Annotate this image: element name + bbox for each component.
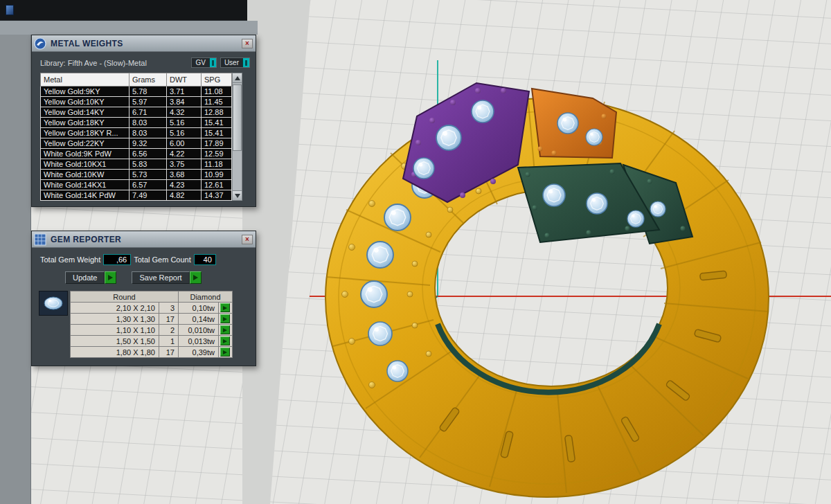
cell-dwt: 4.32 <box>167 107 202 118</box>
metal-table-row[interactable]: White Gold:10KX1 5.83 3.75 11.18 <box>41 159 232 170</box>
cell-grams: 5.83 <box>129 159 167 170</box>
metal-table-row[interactable]: White Gold:9K PdW 6.56 4.22 12.59 <box>41 149 232 159</box>
cell-grams: 5.97 <box>129 97 167 107</box>
play-icon <box>223 328 227 332</box>
cell-gem-weight: 0,10tw <box>179 303 219 314</box>
gem-totals-row: Total Gem Weight ,66 Total Gem Count 40 <box>32 248 256 269</box>
cell-spg: 14.37 <box>202 190 232 201</box>
total-gem-count-value: 40 <box>194 254 216 265</box>
col-metal[interactable]: Metal <box>41 73 129 87</box>
metal-table-body: Yellow Gold:9KY 5.78 3.71 11.08 Yellow G… <box>41 87 232 201</box>
scrollbar-thumb[interactable] <box>233 84 242 151</box>
gem-table-row[interactable]: 1,50 X 1,50 1 0,013tw <box>71 336 233 347</box>
gem-reporter-title: GEM REPORTER <box>51 235 238 244</box>
metal-table-row[interactable]: Yellow Gold:14KY 6.71 4.32 12.88 <box>41 107 232 118</box>
col-diamond[interactable]: Diamond <box>179 291 233 303</box>
cell-gem-weight: 0,39tw <box>179 347 219 358</box>
cell-grams: 9.32 <box>129 138 167 149</box>
cell-dwt: 4.82 <box>167 190 202 201</box>
gem-reporter-panel: GEM REPORTER × Total Gem Weight ,66 Tota… <box>31 231 256 366</box>
cell-gem-count: 3 <box>159 303 179 314</box>
cell-spg: 11.08 <box>202 87 232 97</box>
metal-table-row[interactable]: White Gold:10KW 5.73 3.68 10.99 <box>41 170 232 180</box>
cell-metal: White Gold:10KW <box>41 170 129 180</box>
play-icon <box>193 275 198 280</box>
cell-gem-size: 1,10 X 1,10 <box>71 325 159 336</box>
scrollbar[interactable] <box>232 73 242 201</box>
metal-table-row[interactable]: Yellow Gold:10KY 5.97 3.84 11.45 <box>41 97 232 107</box>
cell-dwt: 6.00 <box>167 138 202 149</box>
close-icon[interactable]: × <box>242 235 253 244</box>
total-gem-weight-value: ,66 <box>103 254 131 265</box>
cell-metal: Yellow Gold:18KY R... <box>41 128 129 138</box>
cell-grams: 7.49 <box>129 190 167 201</box>
scroll-down-icon[interactable] <box>233 190 242 200</box>
metal-weights-icon <box>34 37 46 50</box>
gem-table-row[interactable]: 2,10 X 2,10 3 0,10tw <box>71 303 233 314</box>
cell-metal: White Gold:14K PdW <box>41 190 129 201</box>
gem-table-header: Round Diamond <box>71 291 233 303</box>
gem-icon <box>42 294 65 313</box>
metal-table-row[interactable]: Yellow Gold:22KY 9.32 6.00 17.89 <box>41 138 232 149</box>
cell-gem-count: 17 <box>159 347 179 358</box>
cell-grams: 8.03 <box>129 128 167 138</box>
gem-row-run-button[interactable] <box>220 325 230 334</box>
cell-grams: 6.71 <box>129 107 167 118</box>
metal-table-row[interactable]: Yellow Gold:18KY 8.03 5.16 15.41 <box>41 118 232 128</box>
col-dwt[interactable]: DWT <box>167 73 202 87</box>
cell-gem-count: 2 <box>159 325 179 336</box>
gem-row-run-button[interactable] <box>220 314 230 323</box>
gem-row-run-button[interactable] <box>220 336 230 345</box>
gem-table-row[interactable]: 1,80 X 1,80 17 0,39tw <box>71 347 233 358</box>
cell-dwt: 5.16 <box>167 118 202 128</box>
cell-gem-count: 17 <box>159 314 179 325</box>
cell-metal: Yellow Gold:9KY <box>41 87 129 97</box>
col-round[interactable]: Round <box>71 291 179 303</box>
cell-spg: 10.99 <box>202 170 232 180</box>
update-run-button[interactable] <box>105 271 116 284</box>
metal-table-row[interactable]: Yellow Gold:9KY 5.78 3.71 11.08 <box>41 87 232 97</box>
gem-reporter-titlebar[interactable]: GEM REPORTER × <box>32 231 256 248</box>
play-icon <box>108 275 113 280</box>
cell-grams: 6.56 <box>129 149 167 159</box>
cell-gem-weight: 0,013tw <box>179 336 219 347</box>
metal-table-row[interactable]: White Gold:14K PdW 7.49 4.82 14.37 <box>41 190 232 201</box>
cell-metal: Yellow Gold:14KY <box>41 107 129 118</box>
metal-table-header: Metal Grams DWT SPG <box>41 73 232 87</box>
gem-thumbnail[interactable] <box>39 291 68 316</box>
metal-weights-titlebar[interactable]: METAL WEIGHTS × <box>32 35 256 52</box>
cell-spg: 15.41 <box>202 128 232 138</box>
cell-metal: Yellow Gold:18KY <box>41 118 129 128</box>
gem-table-row[interactable]: 1,10 X 1,10 2 0,010tw <box>71 325 233 336</box>
gv-toggle[interactable]: GV <box>191 57 216 68</box>
cell-spg: 11.45 <box>202 97 232 107</box>
gem-row-run-button[interactable] <box>220 348 230 357</box>
play-icon <box>223 317 227 321</box>
scroll-up-icon[interactable] <box>233 73 242 83</box>
gem-table-body: 2,10 X 2,10 3 0,10tw 1,30 X 1,30 17 0,14… <box>71 303 233 358</box>
save-report-run-button[interactable] <box>190 271 202 284</box>
gem-row-run-button[interactable] <box>220 303 230 312</box>
cell-dwt: 5.16 <box>167 128 202 138</box>
metal-table-row[interactable]: Yellow Gold:18KY R... 8.03 5.16 15.41 <box>41 128 232 138</box>
scrollbar-track[interactable] <box>233 83 242 190</box>
save-report-button[interactable]: Save Report <box>132 271 189 284</box>
library-bar: Library: Fifth Ave - (Slow)-Metal GV Use… <box>32 52 256 73</box>
cell-metal: Yellow Gold:10KY <box>41 97 129 107</box>
application-window: METAL WEIGHTS × Library: Fifth Ave - (Sl… <box>0 0 831 504</box>
cell-metal: White Gold:10KX1 <box>41 159 129 170</box>
update-button[interactable]: Update <box>65 271 105 284</box>
gem-table-row[interactable]: 1,30 X 1,30 17 0,14tw <box>71 314 233 325</box>
col-grams[interactable]: Grams <box>129 73 167 87</box>
cell-metal: White Gold:14KX1 <box>41 180 129 190</box>
cell-dwt: 4.23 <box>167 180 202 190</box>
user-toggle[interactable]: User <box>220 57 250 68</box>
cell-gem-count: 1 <box>159 336 179 347</box>
col-spg[interactable]: SPG <box>202 73 232 87</box>
close-icon[interactable]: × <box>242 39 253 48</box>
metal-table-row[interactable]: White Gold:14KX1 6.57 4.23 12.61 <box>41 180 232 190</box>
cell-dwt: 4.22 <box>167 149 202 159</box>
cell-metal: White Gold:9K PdW <box>41 149 129 159</box>
cell-gem-size: 2,10 X 2,10 <box>71 303 159 314</box>
cell-dwt: 3.75 <box>167 159 202 170</box>
